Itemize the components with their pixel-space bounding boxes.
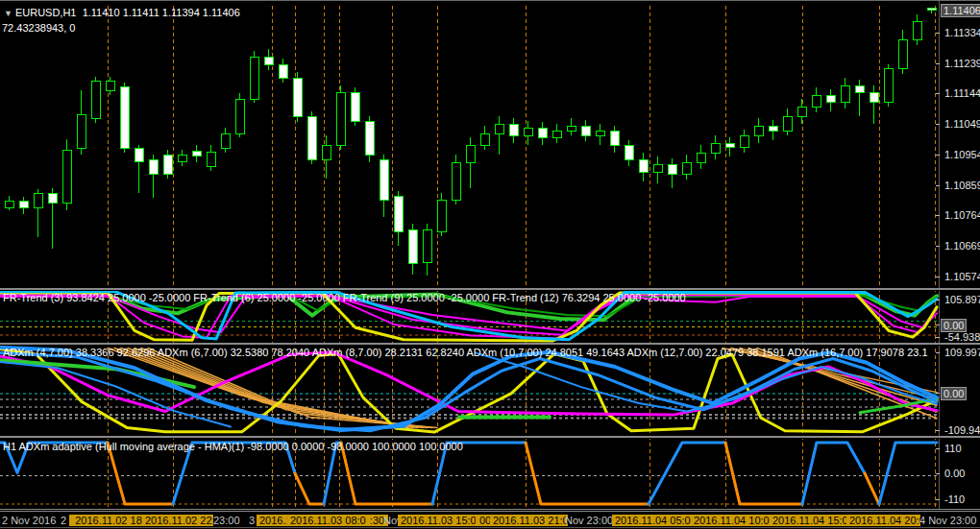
bear-candle[interactable] [725,143,734,147]
bull-candle[interactable] [322,145,331,159]
time-label-highlighted[interactable]: 2016.11.04 10:00 [691,515,775,526]
bear-candle[interactable] [927,9,936,11]
bear-candle[interactable] [408,229,417,263]
splitter-w2-w3[interactable] [0,436,980,439]
bull-candle[interactable] [913,22,921,39]
bull-candle[interactable] [106,81,114,90]
bear-candle[interactable] [135,148,143,161]
bear-candle[interactable] [855,85,864,92]
time-label[interactable]: 4 Nov 23:00 [919,515,976,526]
time-label-highlighted[interactable]: 2016.11.04 05:00 [612,515,697,526]
bull-candle[interactable] [336,92,345,145]
bear-candle[interactable] [120,86,129,148]
bull-candle[interactable] [5,201,13,207]
bear-candle[interactable] [769,126,777,131]
time-label-highlighted[interactable]: 2016.11.02 22:00 [142,515,213,526]
bull-candle[interactable] [77,114,86,148]
bear-candle[interactable] [163,155,172,174]
bear-candle[interactable] [149,159,158,174]
w1-legend: FR-Trend (3) 93.8424 25.0000 -25.0000 FR… [3,292,686,303]
time-label-highlighted[interactable]: 2016.11.04 15:00 [770,515,852,526]
time-label-highlighted[interactable]: 2016.11.03 15:00 [398,515,481,526]
bull-candle[interactable] [91,81,100,118]
bear-candle[interactable] [394,196,403,231]
bull-candle[interactable] [783,116,792,131]
bull-candle[interactable] [884,68,893,102]
price-tick-mark [936,185,940,186]
bull-candle[interactable] [697,153,705,162]
bull-candle[interactable] [711,143,720,153]
bull-candle[interactable] [437,200,446,231]
bull-candle[interactable] [682,162,691,174]
bear-candle[interactable] [509,124,518,135]
w1-scale-bottom: -54.938 [944,331,980,343]
bear-candle[interactable] [668,164,676,174]
bull-candle[interactable] [552,131,561,137]
time-label[interactable]: Nov 23:00 [565,515,613,526]
bull-candle[interactable] [207,152,215,166]
bull-candle[interactable] [235,99,244,133]
price-tick-label: 1.11049 [944,118,980,130]
time-label[interactable]: 3 [249,515,255,526]
bear-candle[interactable] [581,126,590,135]
bull-candle[interactable] [34,193,42,207]
w3-indicator-line [865,473,879,504]
bull-candle[interactable] [754,126,763,135]
bull-candle[interactable] [653,164,662,172]
bear-candle[interactable] [19,201,28,207]
bull-candle[interactable] [178,155,186,161]
time-label-highlighted[interactable]: 2016.11.03 21:00 [490,515,568,526]
bear-candle[interactable] [538,128,547,137]
time-label-highlighted[interactable]: 2016.11.04 20:00 [846,515,920,526]
time-label[interactable]: 2 [61,515,66,526]
bear-candle[interactable] [826,95,835,102]
bear-candle[interactable] [48,193,57,203]
bull-candle[interactable] [740,135,748,147]
bear-candle[interactable] [279,64,287,78]
bull-candle[interactable] [841,85,849,102]
bear-candle[interactable] [264,57,273,64]
w2-scale-mid: 0.00 [941,387,967,400]
chevron-down-icon[interactable]: ▼ [4,9,12,18]
splitter-w1-w2[interactable] [0,343,980,346]
bull-candle[interactable] [495,124,503,133]
bull-candle[interactable] [423,229,431,262]
bear-candle[interactable] [351,92,359,121]
splitter-w3-axis [0,509,980,510]
bull-candle[interactable] [524,128,532,135]
w3-indicator-line [879,443,937,504]
bear-candle[interactable] [365,121,374,155]
bear-candle[interactable] [870,92,878,102]
bull-candle[interactable] [466,145,475,162]
bull-candle[interactable] [250,57,258,99]
price-tick-label: 1.10764 [944,209,980,221]
bear-candle[interactable] [639,159,648,172]
bear-candle[interactable] [380,159,388,200]
w2-legend: ADXm (4,7.00) 38.3366 92.6296 ADXm (6,7.… [3,347,928,358]
bear-candle[interactable] [610,131,619,145]
time-label-highlighted[interactable]: 2016.11.03 08:00 [287,515,372,526]
bear-candle[interactable] [293,78,302,116]
time-label[interactable]: 2 Nov 2016 [2,515,56,526]
time-label-highlighted[interactable]: 2016.11.02 18 [69,515,148,526]
bull-candle[interactable] [567,126,576,131]
price-scale[interactable]: 1.11406 1.113341.112391.111441.110491.10… [939,1,980,510]
price-tick-label: 1.11334 [944,27,980,38]
trading-terminal-chart: ▼EURUSD,H1 1.11410 1.11411 1.11394 1.114… [0,0,980,529]
w2-scale-bottom: -109.9407 [944,424,980,436]
bull-candle[interactable] [812,95,821,107]
bull-candle[interactable] [480,133,489,145]
bear-candle[interactable] [625,145,633,159]
splitter-main-w1[interactable] [0,288,980,291]
bull-candle[interactable] [221,133,230,148]
bull-candle[interactable] [452,162,460,200]
w3-indicator-line [802,443,865,504]
time-label[interactable]: 23:00 [213,515,240,526]
bear-candle[interactable] [307,116,316,159]
bull-candle[interactable] [898,39,907,68]
bull-candle[interactable] [596,131,604,135]
bull-candle[interactable] [797,107,806,116]
price-tick-mark [936,33,940,34]
bear-candle[interactable] [192,151,201,156]
bull-candle[interactable] [62,150,71,203]
